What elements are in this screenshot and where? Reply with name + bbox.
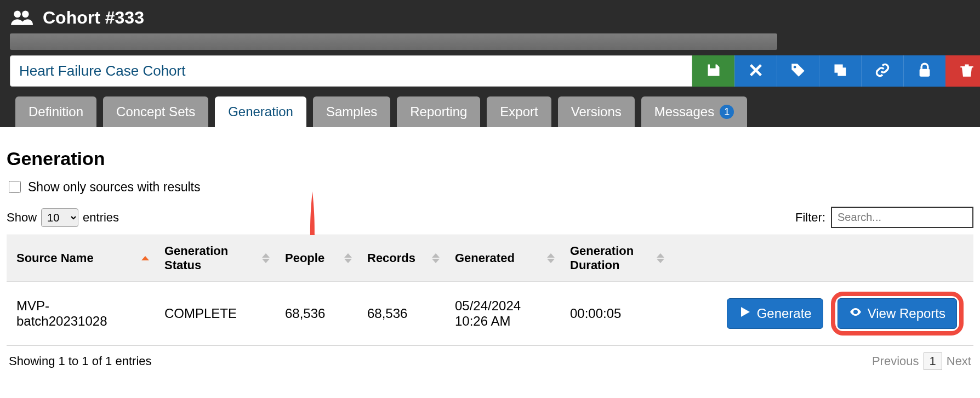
sort-icon	[344, 253, 352, 263]
table-row: MVP-batch20231028 COMPLETE 68,536 68,536…	[7, 282, 973, 346]
copy-icon	[833, 62, 848, 80]
table-header-row: Source Name Generation Status People Rec…	[7, 235, 973, 282]
entries-label: entries	[83, 211, 119, 225]
users-icon	[10, 9, 33, 27]
tab-label: Messages	[654, 104, 714, 120]
link-icon	[875, 62, 890, 80]
tag-button[interactable]	[777, 55, 819, 87]
filter-label: Filter:	[795, 211, 825, 225]
play-icon	[738, 305, 751, 322]
page-title-row: Cohort #333	[10, 0, 970, 33]
svg-point-2	[794, 65, 796, 68]
tab-export[interactable]: Export	[487, 96, 551, 127]
eye-icon	[849, 305, 862, 322]
tag-icon	[790, 62, 806, 80]
save-button[interactable]	[692, 55, 734, 87]
tab-concept-sets[interactable]: Concept Sets	[103, 96, 208, 127]
pager: Previous 1 Next	[872, 352, 971, 370]
col-people[interactable]: People	[275, 235, 357, 282]
sort-icon	[547, 253, 555, 263]
page-size-select[interactable]: 10 25 50 100	[41, 208, 78, 227]
col-generated[interactable]: Generated	[445, 235, 560, 282]
tab-definition[interactable]: Definition	[15, 96, 96, 127]
show-only-results-row[interactable]: Show only sources with results	[7, 179, 973, 195]
sort-icon	[262, 253, 270, 263]
cell-source-name: MVP-batch20231028	[7, 282, 155, 346]
close-button[interactable]	[734, 55, 777, 87]
tab-label: Samples	[326, 104, 377, 120]
page-title: Cohort #333	[43, 8, 144, 28]
generate-button[interactable]: Generate	[727, 298, 823, 329]
messages-badge: 1	[720, 105, 734, 119]
pager-prev[interactable]: Previous	[872, 354, 919, 368]
tab-messages[interactable]: Messages 1	[641, 96, 747, 127]
copy-button[interactable]	[819, 55, 861, 87]
sort-icon	[141, 256, 149, 260]
tab-label: Concept Sets	[116, 104, 195, 120]
generation-table: Source Name Generation Status People Rec…	[7, 235, 973, 346]
table-info: Showing 1 to 1 of 1 entries	[9, 354, 152, 368]
tab-versions[interactable]: Versions	[558, 96, 635, 127]
show-only-results-label: Show only sources with results	[28, 180, 200, 195]
tab-bar: Definition Concept Sets Generation Sampl…	[10, 96, 970, 127]
tab-reporting[interactable]: Reporting	[397, 96, 480, 127]
cell-people: 68,536	[275, 282, 357, 346]
filter-input[interactable]	[831, 207, 973, 228]
view-reports-highlight: View Reports	[831, 292, 964, 336]
save-icon	[706, 62, 721, 80]
cell-actions: Generate View Reports	[670, 282, 973, 346]
view-reports-label: View Reports	[868, 306, 945, 321]
lock-button[interactable]	[903, 55, 945, 87]
redacted-bar	[10, 33, 777, 50]
pager-next[interactable]: Next	[947, 354, 971, 368]
tab-generation[interactable]: Generation	[215, 96, 306, 127]
pager-page[interactable]: 1	[924, 352, 942, 370]
generate-label: Generate	[757, 306, 812, 321]
cell-records: 68,536	[357, 282, 445, 346]
tab-samples[interactable]: Samples	[313, 96, 390, 127]
sort-icon	[432, 253, 440, 263]
link-button[interactable]	[861, 55, 903, 87]
delete-button[interactable]	[945, 55, 980, 87]
cell-duration: 00:00:05	[560, 282, 670, 346]
tab-label: Definition	[29, 104, 83, 120]
cell-generated: 05/24/2024 10:26 AM	[445, 282, 560, 346]
col-duration[interactable]: Generation Duration	[560, 235, 670, 282]
col-actions	[670, 235, 973, 282]
tab-label: Export	[500, 104, 538, 120]
section-heading: Generation	[7, 148, 973, 169]
tab-label: Reporting	[410, 104, 467, 120]
svg-point-0	[14, 10, 21, 18]
col-generation-status[interactable]: Generation Status	[155, 235, 275, 282]
show-label: Show	[7, 211, 37, 225]
svg-rect-4	[837, 67, 846, 76]
tab-label: Versions	[571, 104, 622, 120]
svg-point-1	[22, 10, 29, 18]
tab-label: Generation	[228, 104, 293, 120]
show-only-results-checkbox[interactable]	[9, 181, 21, 193]
trash-icon	[959, 62, 975, 80]
cell-status: COMPLETE	[155, 282, 275, 346]
sort-icon	[657, 253, 664, 263]
close-icon	[748, 62, 764, 80]
col-source-name[interactable]: Source Name	[7, 235, 155, 282]
svg-rect-5	[920, 69, 930, 76]
col-records[interactable]: Records	[357, 235, 445, 282]
view-reports-button[interactable]: View Reports	[837, 298, 957, 329]
lock-icon	[917, 62, 932, 80]
cohort-name-input[interactable]	[10, 55, 692, 87]
